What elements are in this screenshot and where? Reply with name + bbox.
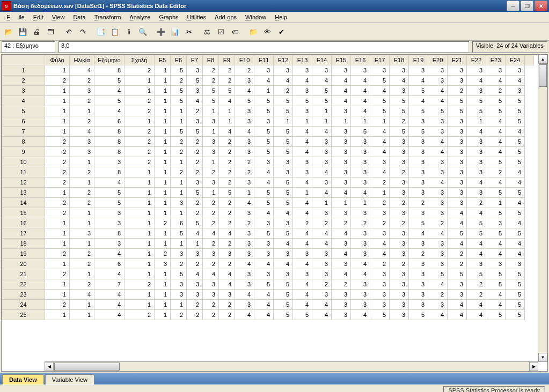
- data-cell[interactable]: 1: [125, 290, 155, 300]
- data-cell[interactable]: 1: [171, 177, 187, 188]
- data-cell[interactable]: 3: [351, 249, 370, 259]
- data-cell[interactable]: 4: [332, 86, 351, 96]
- data-cell[interactable]: 3: [409, 65, 428, 76]
- row-header[interactable]: 12: [2, 177, 45, 188]
- scroll-right-icon[interactable]: ▶: [529, 362, 538, 371]
- data-cell[interactable]: 3: [274, 65, 293, 76]
- data-cell[interactable]: 3: [293, 269, 312, 279]
- data-cell[interactable]: 2: [428, 290, 448, 300]
- data-cell[interactable]: 5: [506, 310, 525, 320]
- data-cell[interactable]: 4: [293, 290, 312, 300]
- data-cell[interactable]: 2: [125, 157, 155, 167]
- column-header[interactable]: E10: [235, 55, 254, 65]
- data-cell[interactable]: 4: [254, 76, 274, 86]
- data-cell[interactable]: 2: [370, 259, 390, 269]
- data-cell[interactable]: 5: [254, 198, 274, 208]
- data-cell[interactable]: 4: [332, 228, 351, 239]
- data-cell[interactable]: 5: [254, 188, 274, 198]
- data-cell[interactable]: 3: [203, 137, 219, 147]
- data-cell[interactable]: 1: [155, 177, 171, 188]
- data-cell[interactable]: 3: [254, 157, 274, 167]
- menu-window[interactable]: Window: [241, 13, 270, 21]
- data-cell[interactable]: 3: [312, 177, 332, 188]
- data-cell[interactable]: 5: [274, 137, 293, 147]
- row-header[interactable]: 6: [2, 116, 45, 127]
- data-cell[interactable]: 1: [155, 269, 171, 279]
- data-cell[interactable]: 4: [293, 279, 312, 290]
- data-cell[interactable]: 3: [370, 300, 390, 310]
- menu-graphs[interactable]: Graphs: [155, 13, 182, 21]
- data-cell[interactable]: 2: [428, 218, 448, 228]
- data-cell[interactable]: 2: [203, 208, 219, 218]
- row-header[interactable]: 10: [2, 157, 45, 167]
- data-cell[interactable]: 5: [506, 116, 525, 127]
- data-cell[interactable]: 2: [219, 137, 235, 147]
- data-cell[interactable]: 4: [506, 177, 525, 188]
- column-header[interactable]: E8: [203, 55, 219, 65]
- row-header[interactable]: 9: [2, 147, 45, 157]
- data-cell[interactable]: 1: [171, 157, 187, 167]
- show-all-icon[interactable]: 👁: [261, 25, 274, 38]
- data-cell[interactable]: 5: [370, 96, 390, 106]
- data-cell[interactable]: 3: [428, 65, 448, 76]
- data-cell[interactable]: 2: [70, 116, 94, 127]
- data-cell[interactable]: 4: [351, 310, 370, 320]
- horizontal-scrollbar[interactable]: ◀ ▶: [45, 361, 538, 371]
- data-cell[interactable]: 5: [254, 228, 274, 239]
- data-cell[interactable]: 4: [351, 86, 370, 96]
- data-cell[interactable]: 5: [506, 96, 525, 106]
- data-cell[interactable]: 1: [187, 239, 203, 249]
- data-cell[interactable]: 2: [390, 259, 409, 269]
- data-cell[interactable]: 5: [486, 310, 506, 320]
- data-cell[interactable]: 3: [219, 249, 235, 259]
- data-cell[interactable]: 1: [312, 116, 332, 127]
- data-cell[interactable]: 3: [409, 147, 428, 157]
- data-cell[interactable]: 3: [390, 208, 409, 218]
- data-cell[interactable]: 3: [428, 198, 448, 208]
- column-header[interactable]: E7: [187, 55, 203, 65]
- data-cell[interactable]: 5: [274, 96, 293, 106]
- data-cell[interactable]: 3: [428, 157, 448, 167]
- data-cell[interactable]: 5: [506, 290, 525, 300]
- data-cell[interactable]: 5: [467, 96, 486, 106]
- data-cell[interactable]: 5: [506, 208, 525, 218]
- data-cell[interactable]: 1: [155, 65, 171, 76]
- data-cell[interactable]: 2: [219, 76, 235, 86]
- data-cell[interactable]: 2: [274, 86, 293, 96]
- data-cell[interactable]: 5: [187, 76, 203, 86]
- data-cell[interactable]: 3: [332, 208, 351, 218]
- data-cell[interactable]: 5: [171, 228, 187, 239]
- data-cell[interactable]: 4: [235, 290, 254, 300]
- data-cell[interactable]: 3: [332, 300, 351, 310]
- data-cell[interactable]: 1: [203, 188, 219, 198]
- data-cell[interactable]: 3: [409, 300, 428, 310]
- data-cell[interactable]: 1: [171, 106, 187, 116]
- use-sets-icon[interactable]: 📁: [247, 25, 260, 38]
- data-cell[interactable]: 1: [155, 300, 171, 310]
- data-cell[interactable]: 5: [448, 96, 467, 106]
- data-cell[interactable]: 2: [187, 300, 203, 310]
- minimize-button[interactable]: ─: [507, 1, 519, 11]
- data-cell[interactable]: 2: [390, 116, 409, 127]
- data-cell[interactable]: 4: [94, 269, 125, 279]
- data-cell[interactable]: 3: [448, 76, 467, 86]
- data-cell[interactable]: 2: [203, 65, 219, 76]
- data-cell[interactable]: 5: [94, 76, 125, 86]
- redo-icon[interactable]: ↷: [76, 25, 89, 38]
- data-cell[interactable]: 1: [45, 116, 70, 127]
- data-cell[interactable]: 3: [293, 249, 312, 259]
- column-header[interactable]: E11: [254, 55, 274, 65]
- data-cell[interactable]: 5: [274, 188, 293, 198]
- data-cell[interactable]: 4: [219, 228, 235, 239]
- data-cell[interactable]: 2: [187, 167, 203, 177]
- data-cell[interactable]: 3: [390, 279, 409, 290]
- data-cell[interactable]: 3: [467, 86, 486, 96]
- data-cell[interactable]: 4: [332, 96, 351, 106]
- data-cell[interactable]: 2: [486, 167, 506, 177]
- data-cell[interactable]: 4: [351, 96, 370, 106]
- data-cell[interactable]: 4: [351, 76, 370, 86]
- data-cell[interactable]: 4: [448, 300, 467, 310]
- data-cell[interactable]: 2: [45, 147, 70, 157]
- data-cell[interactable]: 1: [125, 116, 155, 127]
- data-cell[interactable]: 2: [125, 310, 155, 320]
